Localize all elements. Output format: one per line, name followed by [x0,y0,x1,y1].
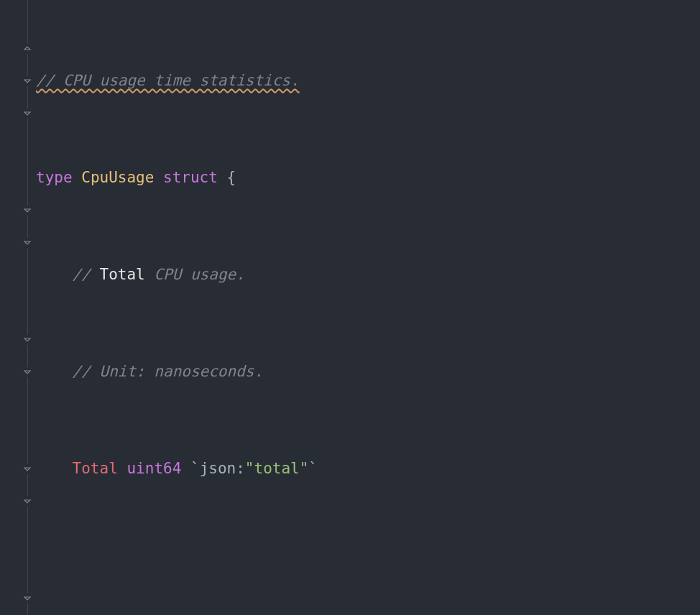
brace-open: { [227,162,236,194]
fold-icon[interactable] [22,335,32,345]
comment-text: // CPU usage time statistics. [36,65,300,97]
keyword-type: type [36,162,73,194]
tag-backtick: ` [308,453,318,485]
field-type: uint64 [126,453,181,485]
fold-icon[interactable] [22,44,32,54]
code-line[interactable]: type CpuUsage struct { [36,162,700,194]
code-line[interactable]: Total uint64 `json:"total"` [36,453,700,485]
fold-icon[interactable] [22,593,32,604]
tag-key: json: [200,453,245,485]
code-area[interactable]: // CPU usage time statistics. type CpuUs… [34,0,700,615]
comment-text: // Unit: nanoseconds. [73,356,264,388]
code-line[interactable]: // Unit: nanoseconds. [36,356,700,388]
code-line[interactable]: // CPU usage time statistics. [36,65,700,97]
keyword-struct: struct [163,162,218,194]
fold-icon[interactable] [22,238,32,248]
fold-icon[interactable] [22,205,32,216]
fold-icon[interactable] [22,76,32,86]
type-name: CpuUsage [81,162,154,194]
code-line[interactable]: // Total CPU usage. [36,259,700,291]
fold-icon[interactable] [22,367,32,377]
code-editor: // CPU usage time statistics. type CpuUs… [0,0,700,615]
fold-guide-line [27,0,28,615]
fold-icon[interactable] [22,464,32,474]
comment-highlight: Total [100,259,145,291]
fold-icon[interactable] [22,496,32,507]
tag-value: "total" [245,453,309,485]
code-line-blank[interactable] [36,550,700,582]
tag-backtick: ` [190,453,200,485]
fold-icon[interactable] [22,108,32,119]
gutter [0,0,34,615]
comment-prefix: // [73,259,100,291]
field-name: Total [73,453,118,485]
comment-text: CPU usage. [145,259,245,291]
